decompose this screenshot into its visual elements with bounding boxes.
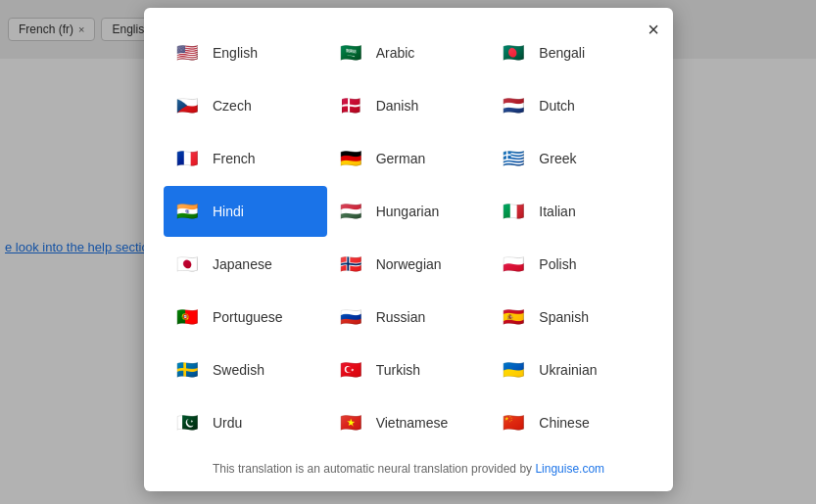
lang-label-es: Spanish bbox=[539, 309, 589, 325]
language-grid: 🇺🇸English🇸🇦Arabic🇧🇩Bengali🇨🇿Czech🇩🇰Danis… bbox=[164, 27, 653, 448]
lang-item-ur[interactable]: 🇵🇰Urdu bbox=[164, 397, 327, 448]
lang-item-ja[interactable]: 🇯🇵Japanese bbox=[164, 239, 327, 290]
lang-flag-en: 🇺🇸 bbox=[171, 37, 203, 69]
modal-footer: This translation is an automatic neural … bbox=[164, 462, 653, 476]
lang-label-pl: Polish bbox=[539, 256, 576, 272]
lang-flag-el: 🇬🇷 bbox=[498, 143, 529, 174]
lang-item-tr[interactable]: 🇹🇷Turkish bbox=[327, 344, 491, 395]
lang-item-hi[interactable]: 🇮🇳Hindi bbox=[164, 186, 327, 237]
lang-label-fr: French bbox=[213, 151, 256, 166]
lang-label-ar: Arabic bbox=[376, 45, 415, 61]
lang-item-el[interactable]: 🇬🇷Greek bbox=[490, 133, 653, 184]
lang-flag-cs: 🇨🇿 bbox=[171, 90, 203, 121]
lang-flag-de: 🇩🇪 bbox=[335, 143, 366, 174]
lang-flag-ur: 🇵🇰 bbox=[171, 407, 203, 438]
lang-item-vi[interactable]: 🇻🇳Vietnamese bbox=[327, 397, 491, 448]
lang-item-nl[interactable]: 🇳🇱Dutch bbox=[490, 80, 653, 131]
lang-item-it[interactable]: 🇮🇹Italian bbox=[490, 186, 653, 237]
lang-label-hu: Hungarian bbox=[376, 204, 440, 219]
lang-label-hi: Hindi bbox=[213, 204, 244, 219]
lang-label-uk: Ukrainian bbox=[539, 362, 597, 378]
lang-item-ru[interactable]: 🇷🇺Russian bbox=[327, 292, 491, 343]
lang-item-sv[interactable]: 🇸🇪Swedish bbox=[164, 344, 327, 395]
lang-flag-ja: 🇯🇵 bbox=[171, 249, 203, 280]
language-modal: × 🇺🇸English🇸🇦Arabic🇧🇩Bengali🇨🇿Czech🇩🇰Dan… bbox=[144, 8, 673, 491]
lang-flag-hi: 🇮🇳 bbox=[171, 196, 203, 227]
lang-flag-bn: 🇧🇩 bbox=[498, 37, 529, 69]
lang-item-en[interactable]: 🇺🇸English bbox=[164, 27, 327, 78]
lang-flag-hu: 🇭🇺 bbox=[335, 196, 366, 227]
lang-flag-es: 🇪🇸 bbox=[498, 301, 529, 333]
lang-label-sv: Swedish bbox=[213, 362, 264, 378]
linguise-link[interactable]: Linguise.com bbox=[535, 462, 604, 476]
lang-flag-vi: 🇻🇳 bbox=[335, 407, 366, 438]
lang-item-uk[interactable]: 🇺🇦Ukrainian bbox=[490, 344, 653, 395]
lang-item-pt[interactable]: 🇵🇹Portuguese bbox=[164, 292, 327, 343]
lang-flag-ar: 🇸🇦 bbox=[335, 37, 366, 69]
lang-label-ur: Urdu bbox=[213, 415, 242, 431]
lang-label-de: German bbox=[376, 151, 426, 166]
lang-item-no[interactable]: 🇳🇴Norwegian bbox=[327, 239, 491, 290]
lang-flag-no: 🇳🇴 bbox=[335, 249, 366, 280]
lang-item-bn[interactable]: 🇧🇩Bengali bbox=[490, 27, 653, 78]
lang-label-nl: Dutch bbox=[539, 98, 575, 114]
lang-label-el: Greek bbox=[539, 151, 576, 166]
lang-flag-tr: 🇹🇷 bbox=[335, 354, 366, 386]
lang-flag-da: 🇩🇰 bbox=[335, 90, 366, 121]
lang-item-zh[interactable]: 🇨🇳Chinese bbox=[490, 397, 653, 448]
lang-item-fr[interactable]: 🇫🇷French bbox=[164, 133, 327, 184]
modal-close-button[interactable]: × bbox=[648, 20, 659, 39]
lang-flag-nl: 🇳🇱 bbox=[498, 90, 529, 121]
lang-item-da[interactable]: 🇩🇰Danish bbox=[327, 80, 491, 131]
lang-flag-zh: 🇨🇳 bbox=[498, 407, 529, 438]
lang-label-da: Danish bbox=[376, 98, 419, 114]
footer-text: This translation is an automatic neural … bbox=[213, 462, 536, 476]
lang-label-vi: Vietnamese bbox=[376, 415, 449, 431]
lang-label-zh: Chinese bbox=[539, 415, 589, 431]
lang-label-tr: Turkish bbox=[376, 362, 420, 378]
lang-item-cs[interactable]: 🇨🇿Czech bbox=[164, 80, 327, 131]
lang-label-cs: Czech bbox=[213, 98, 252, 114]
lang-flag-pt: 🇵🇹 bbox=[171, 301, 203, 333]
lang-label-no: Norwegian bbox=[376, 256, 442, 272]
lang-flag-pl: 🇵🇱 bbox=[498, 249, 529, 280]
lang-flag-uk: 🇺🇦 bbox=[498, 354, 529, 386]
lang-label-en: English bbox=[213, 45, 258, 61]
lang-flag-fr: 🇫🇷 bbox=[171, 143, 203, 174]
lang-label-bn: Bengali bbox=[539, 45, 585, 61]
lang-label-ru: Russian bbox=[376, 309, 426, 325]
lang-flag-ru: 🇷🇺 bbox=[335, 301, 366, 333]
lang-item-ar[interactable]: 🇸🇦Arabic bbox=[327, 27, 491, 78]
lang-flag-it: 🇮🇹 bbox=[498, 196, 529, 227]
lang-item-hu[interactable]: 🇭🇺Hungarian bbox=[327, 186, 491, 237]
lang-label-ja: Japanese bbox=[213, 256, 272, 272]
lang-flag-sv: 🇸🇪 bbox=[171, 354, 203, 386]
lang-label-pt: Portuguese bbox=[213, 309, 283, 325]
lang-item-de[interactable]: 🇩🇪German bbox=[327, 133, 491, 184]
lang-item-es[interactable]: 🇪🇸Spanish bbox=[490, 292, 653, 343]
lang-item-pl[interactable]: 🇵🇱Polish bbox=[490, 239, 653, 290]
lang-label-it: Italian bbox=[539, 204, 575, 219]
